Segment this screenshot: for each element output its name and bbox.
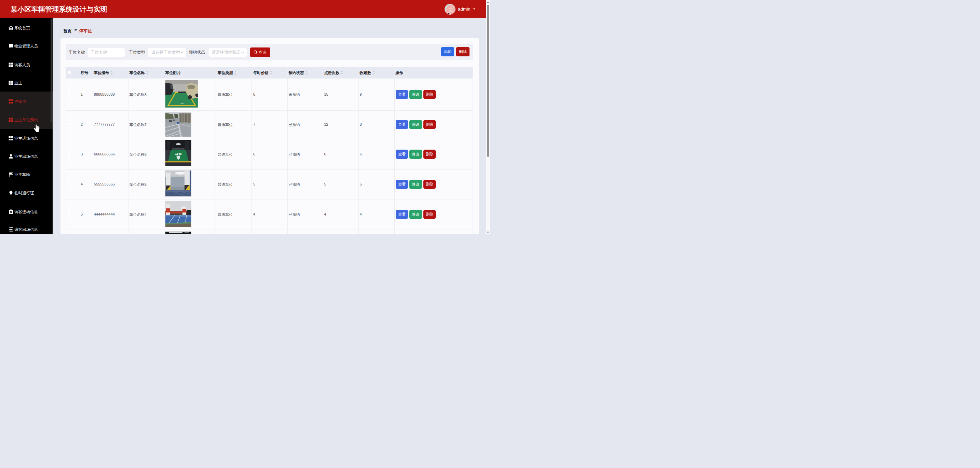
svg-text:1145: 1145 bbox=[175, 152, 182, 155]
svg-text:G06: G06 bbox=[180, 103, 184, 105]
